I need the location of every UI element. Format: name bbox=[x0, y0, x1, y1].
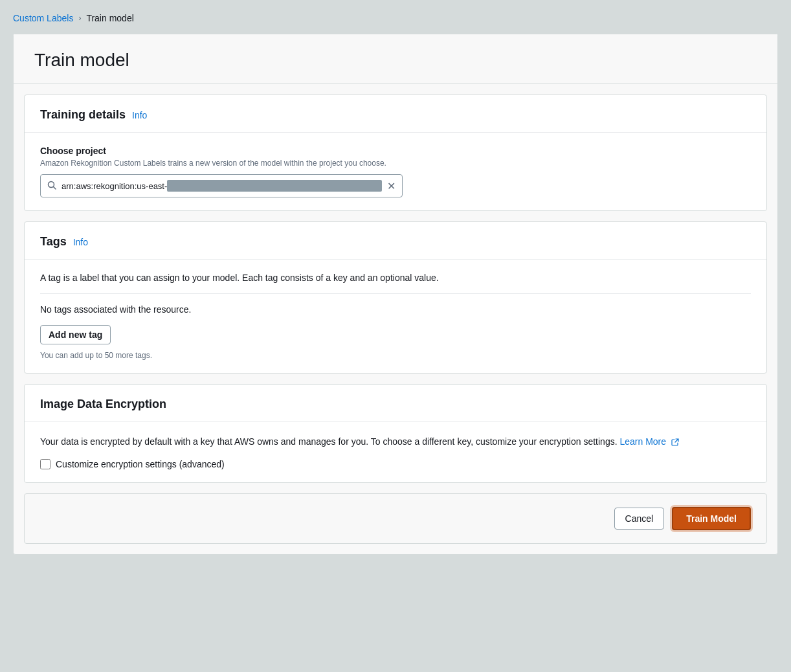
learn-more-link[interactable]: Learn More bbox=[619, 436, 678, 447]
encryption-checkbox-label: Customize encryption settings (advanced) bbox=[56, 459, 225, 469]
tags-body: A tag is a label that you can assign to … bbox=[25, 260, 766, 373]
tags-limit-text: You can add up to 50 more tags. bbox=[40, 351, 751, 360]
tags-header: Tags Info bbox=[25, 222, 766, 260]
arn-text: arn:aws:rekognition:us-east- bbox=[61, 181, 167, 191]
cancel-button[interactable]: Cancel bbox=[614, 508, 665, 530]
add-new-tag-button[interactable]: Add new tag bbox=[40, 325, 111, 344]
no-tags-text: No tags associated with the resource. bbox=[40, 304, 751, 315]
training-details-title-row: Training details Info bbox=[40, 108, 751, 122]
encryption-checkbox-row: Customize encryption settings (advanced) bbox=[40, 459, 751, 469]
encryption-body: Your data is encrypted by default with a… bbox=[25, 422, 766, 482]
encryption-title: Image Data Encryption bbox=[40, 398, 166, 411]
breadcrumb-current: Train model bbox=[86, 13, 133, 23]
tags-section: Tags Info A tag is a label that you can … bbox=[24, 221, 767, 374]
breadcrumb-separator: › bbox=[78, 14, 81, 23]
external-link-icon bbox=[671, 438, 679, 446]
tags-info-link[interactable]: Info bbox=[73, 237, 88, 247]
encryption-header: Image Data Encryption bbox=[25, 385, 766, 422]
training-details-info-link[interactable]: Info bbox=[132, 110, 147, 120]
training-details-title: Training details bbox=[40, 108, 126, 122]
tags-title-row: Tags Info bbox=[40, 235, 751, 249]
page-title: Train model bbox=[34, 50, 757, 71]
encryption-section: Image Data Encryption Your data is encry… bbox=[24, 384, 767, 483]
learn-more-label: Learn More bbox=[619, 436, 666, 447]
training-details-body: Choose project Amazon Rekognition Custom… bbox=[25, 133, 766, 210]
tags-description: A tag is a label that you can assign to … bbox=[40, 273, 751, 283]
breadcrumb: Custom Labels › Train model bbox=[13, 13, 778, 23]
search-icon bbox=[47, 181, 56, 192]
encryption-checkbox[interactable] bbox=[40, 459, 50, 469]
project-search-wrapper[interactable]: arn:aws:rekognition:us-east- ✕ bbox=[40, 174, 403, 197]
tags-divider bbox=[40, 293, 751, 294]
page-title-area: Train model bbox=[14, 34, 777, 84]
encryption-description-text: Your data is encrypted by default with a… bbox=[40, 436, 618, 447]
page-wrapper: Custom Labels › Train model Train model … bbox=[13, 13, 778, 555]
training-details-header: Training details Info bbox=[25, 95, 766, 133]
tags-title: Tags bbox=[40, 235, 67, 249]
encryption-description: Your data is encrypted by default with a… bbox=[40, 435, 751, 449]
footer-section: Cancel Train Model bbox=[24, 493, 767, 544]
encryption-title-row: Image Data Encryption bbox=[40, 398, 751, 411]
training-details-section: Training details Info Choose project Ama… bbox=[24, 95, 767, 211]
clear-icon[interactable]: ✕ bbox=[387, 180, 396, 192]
choose-project-description: Amazon Rekognition Custom Labels trains … bbox=[40, 159, 751, 168]
arn-filled-area bbox=[167, 180, 382, 192]
choose-project-label: Choose project bbox=[40, 146, 751, 156]
breadcrumb-custom-labels[interactable]: Custom Labels bbox=[13, 13, 73, 23]
svg-line-1 bbox=[54, 186, 56, 189]
train-model-button[interactable]: Train Model bbox=[672, 507, 751, 530]
main-container: Train model Training details Info Choose… bbox=[13, 34, 778, 555]
